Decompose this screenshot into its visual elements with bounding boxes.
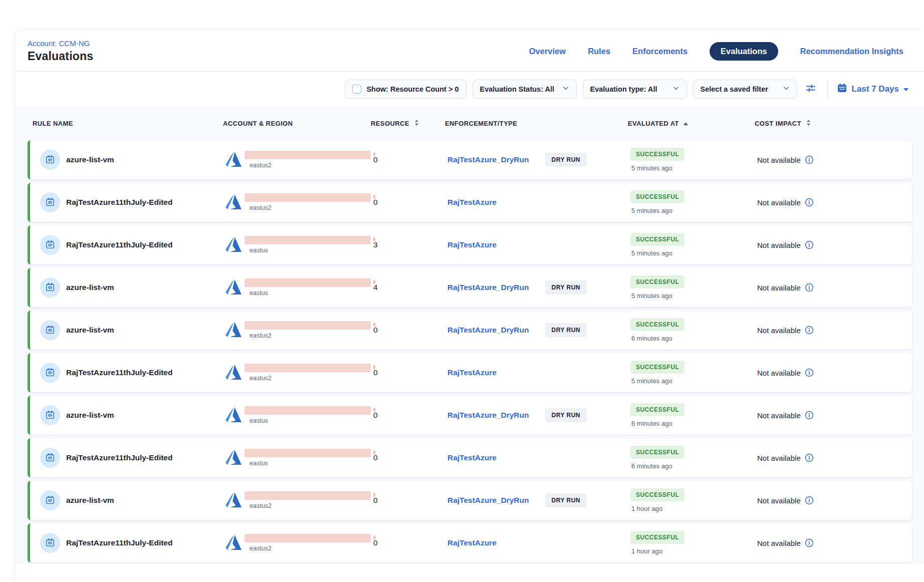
azure-icon	[225, 449, 243, 466]
cost-impact-value: Not available	[757, 369, 801, 377]
table-row[interactable]: RajTestAzure11thJuly-Edited eastus2 0 Ra…	[28, 353, 912, 392]
enforcement-link[interactable]: RajTestAzure	[447, 538, 497, 547]
info-icon[interactable]	[805, 240, 814, 249]
resource-count: 0	[373, 198, 447, 207]
info-icon[interactable]	[805, 411, 814, 420]
info-icon[interactable]	[805, 538, 814, 547]
table-row[interactable]: azure-list-vm eastus2 0 RajTestAzure_Dry…	[28, 481, 912, 520]
rule-name: azure-list-vm	[66, 411, 114, 420]
status-badge: SUCCESSFUL	[630, 403, 684, 416]
sort-icon[interactable]	[805, 119, 812, 128]
status-badge: SUCCESSFUL	[630, 361, 684, 374]
rule-name: RajTestAzure11thJuly-Edited	[66, 198, 172, 207]
rule-name: RajTestAzure11thJuly-Edited	[66, 240, 172, 249]
cost-impact-value: Not available	[757, 411, 801, 420]
region-label: eastus	[245, 289, 371, 297]
info-icon[interactable]	[805, 283, 814, 292]
resource-count-label: Show: Resource Count > 0	[366, 85, 458, 93]
region-label: eastus2	[245, 162, 371, 169]
date-range-picker[interactable]: Last 7 Days	[837, 83, 909, 95]
table-row[interactable]: RajTestAzure11thJuly-Edited eastus 3 Raj…	[28, 225, 912, 264]
info-icon[interactable]	[805, 453, 814, 462]
tab-enforcements[interactable]: Enforcements	[632, 47, 687, 56]
table-row[interactable]: RajTestAzure11thJuly-Edited eastus 0 Raj…	[28, 438, 912, 477]
evaluated-time: 5 minutes ago	[630, 249, 672, 257]
column-resource[interactable]: RESOURCE	[371, 119, 445, 128]
evaluation-type-dropdown[interactable]: Evaluation type: All	[583, 80, 687, 99]
cost-impact-value: Not available	[757, 539, 801, 547]
rule-icon	[40, 533, 60, 553]
evaluated-time: 6 minutes ago	[630, 335, 672, 342]
column-evaluated-at[interactable]: EVALUATED AT	[628, 120, 755, 127]
table-row[interactable]: azure-list-vm eastus2 0 RajTestAzure_Dry…	[28, 140, 912, 179]
enforcement-link[interactable]: RajTestAzure_DryRun	[447, 155, 529, 164]
resource-count-checkbox[interactable]	[352, 85, 361, 94]
rule-icon	[40, 363, 60, 383]
filter-settings-button[interactable]	[803, 82, 818, 97]
info-icon[interactable]	[805, 155, 814, 164]
table-row[interactable]: azure-list-vm eastus2 0 RajTestAzure_Dry…	[28, 311, 912, 350]
table-row[interactable]: RajTestAzure11thJuly-Edited eastus2 0 Ra…	[28, 523, 912, 562]
evaluated-time: 6 minutes ago	[630, 462, 672, 470]
region-label: eastus	[245, 247, 371, 254]
table-body: azure-list-vm eastus2 0 RajTestAzure_Dry…	[16, 140, 924, 562]
redacted-account-name	[245, 151, 371, 159]
tab-evaluations[interactable]: Evaluations	[710, 42, 778, 61]
saved-filter-dropdown[interactable]: Select a saved filter	[693, 80, 797, 99]
azure-icon	[225, 321, 243, 338]
sort-asc-icon[interactable]	[683, 120, 688, 127]
status-badge: SUCCESSFUL	[630, 318, 684, 331]
resource-count: 3	[373, 240, 447, 249]
status-badge: SUCCESSFUL	[630, 190, 684, 203]
enforcement-link[interactable]: RajTestAzure	[447, 240, 497, 249]
status-badge: SUCCESSFUL	[630, 148, 684, 161]
column-cost-impact[interactable]: COST IMPACT	[755, 119, 912, 128]
column-account-region: ACCOUNT & REGION	[223, 120, 371, 127]
filter-divider	[827, 81, 828, 98]
breadcrumb[interactable]: Account: CCM-NG	[28, 39, 90, 48]
enforcement-link[interactable]: RajTestAzure_DryRun	[447, 411, 529, 420]
cost-impact-value: Not available	[757, 156, 801, 164]
redacted-account-name	[245, 534, 371, 542]
rule-icon	[40, 235, 60, 255]
cost-impact-value: Not available	[757, 241, 801, 249]
evaluation-status-dropdown[interactable]: Evaluation Status: All	[473, 80, 577, 99]
info-icon[interactable]	[805, 326, 814, 335]
sort-icon[interactable]	[413, 119, 420, 128]
enforcement-link[interactable]: RajTestAzure_DryRun	[447, 283, 529, 292]
resource-count: 0	[373, 538, 447, 547]
rule-icon	[40, 192, 60, 212]
tab-rules[interactable]: Rules	[588, 47, 610, 56]
table-row[interactable]: azure-list-vm eastus 4 RajTestAzure_DryR…	[28, 268, 912, 307]
tab-recommendation-insights[interactable]: Recommendation Insights	[800, 47, 903, 56]
enforcement-link[interactable]: RajTestAzure_DryRun	[447, 496, 529, 505]
azure-icon	[225, 151, 243, 168]
resource-count: 0	[373, 453, 447, 462]
rule-name: RajTestAzure11thJuly-Edited	[66, 538, 172, 547]
evaluated-time: 5 minutes ago	[630, 164, 672, 172]
filter-bar: Show: Resource Count > 0 Evaluation Stat…	[16, 72, 924, 106]
chevron-down-icon	[783, 85, 790, 93]
rule-name: azure-list-vm	[66, 283, 114, 292]
column-enforcement-type: ENFORCEMENT/TYPE	[445, 120, 628, 127]
table-row[interactable]: RajTestAzure11thJuly-Edited eastus2 0 Ra…	[28, 183, 912, 222]
rule-name: azure-list-vm	[66, 326, 114, 335]
azure-icon	[225, 491, 243, 508]
tab-overview[interactable]: Overview	[529, 47, 566, 56]
top-nav: Overview Rules Enforcements Evaluations …	[529, 31, 903, 72]
resource-count: 0	[373, 496, 447, 505]
redacted-account-name	[245, 406, 371, 415]
info-icon[interactable]	[805, 496, 814, 505]
info-icon[interactable]	[805, 198, 814, 207]
enforcement-link[interactable]: RajTestAzure	[447, 453, 497, 462]
enforcement-link[interactable]: RajTestAzure	[447, 368, 497, 377]
page-title: Evaluations	[28, 50, 93, 63]
redacted-account-name	[245, 193, 371, 202]
table-row[interactable]: azure-list-vm eastus 0 RajTestAzure_DryR…	[28, 396, 912, 435]
evaluated-time: 5 minutes ago	[630, 292, 672, 300]
show-resource-count-toggle[interactable]: Show: Resource Count > 0	[345, 80, 466, 99]
cost-impact-value: Not available	[757, 496, 801, 505]
enforcement-link[interactable]: RajTestAzure_DryRun	[447, 326, 529, 335]
info-icon[interactable]	[805, 368, 814, 377]
enforcement-link[interactable]: RajTestAzure	[447, 198, 497, 207]
